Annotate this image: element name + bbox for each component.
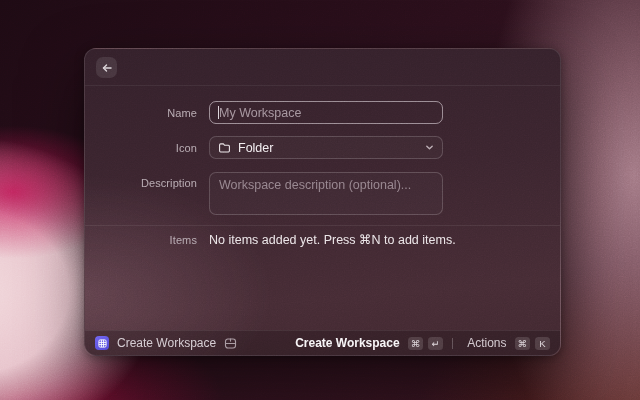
folder-icon bbox=[218, 141, 231, 154]
chevron-down-icon bbox=[425, 143, 434, 152]
icon-select[interactable]: Folder bbox=[209, 136, 443, 159]
items-section-divider bbox=[85, 225, 560, 226]
icon-label: Icon bbox=[85, 142, 197, 154]
keycap-return: ↵ bbox=[428, 337, 443, 350]
description-row: Description bbox=[85, 172, 560, 219]
save-icon bbox=[224, 337, 237, 350]
items-empty-text: No items added yet. Press ⌘N to add item… bbox=[209, 232, 549, 247]
description-field-wrap bbox=[209, 172, 443, 219]
primary-action-label[interactable]: Create Workspace bbox=[295, 336, 400, 350]
dialog-footer: Create Workspace Create Workspace ⌘ ↵ Ac… bbox=[85, 330, 560, 355]
description-label: Description bbox=[85, 172, 197, 189]
icon-select-value: Folder bbox=[238, 141, 418, 155]
description-textarea[interactable] bbox=[209, 172, 443, 215]
keycap-cmd-2: ⌘ bbox=[515, 337, 531, 350]
items-label: Items bbox=[85, 234, 197, 246]
footer-right: Create Workspace ⌘ ↵ Actions ⌘ K bbox=[295, 336, 550, 350]
grid-glyph-icon bbox=[98, 339, 107, 348]
create-workspace-dialog: Name Icon Folder Description bbox=[84, 48, 561, 356]
name-input[interactable] bbox=[209, 101, 443, 124]
icon-row: Icon Folder bbox=[85, 136, 560, 159]
name-field-wrap bbox=[209, 101, 443, 124]
app-icon bbox=[95, 336, 109, 350]
items-row: Items No items added yet. Press ⌘N to ad… bbox=[85, 232, 560, 247]
keycap-cmd: ⌘ bbox=[408, 337, 424, 350]
dialog-header bbox=[85, 49, 560, 86]
name-row: Name bbox=[85, 101, 560, 124]
footer-app-title: Create Workspace bbox=[117, 336, 216, 350]
desktop-background: Name Icon Folder Description bbox=[0, 0, 640, 400]
text-caret bbox=[218, 106, 219, 119]
name-label: Name bbox=[85, 107, 197, 119]
arrow-left-icon bbox=[101, 62, 113, 74]
footer-left: Create Workspace bbox=[95, 336, 237, 350]
actions-label[interactable]: Actions bbox=[467, 336, 506, 350]
back-button[interactable] bbox=[96, 57, 117, 78]
keycap-k: K bbox=[535, 337, 550, 350]
footer-divider bbox=[452, 338, 453, 349]
